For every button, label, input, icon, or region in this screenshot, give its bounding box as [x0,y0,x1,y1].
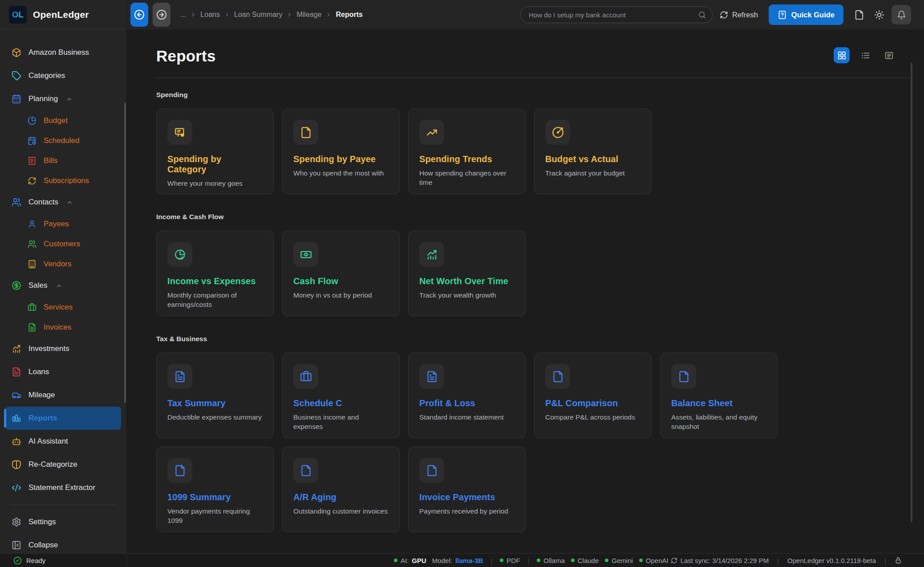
header: ...LoansLoan SummaryMileageReports Refre… [127,0,924,29]
card-description: Money in vs out by period [293,290,389,300]
detail-view-button[interactable] [881,47,897,63]
sidebar-item-statement-extractor[interactable]: Statement Extractor [5,476,121,499]
report-card-profit-loss[interactable]: Profit & LossStandard income statement [408,353,526,438]
sidebar-divider [10,505,117,505]
status-separator: | [883,557,888,564]
sidebar-item-collapse[interactable]: Collapse [5,534,121,553]
breadcrumb-item-[interactable]: ... [180,11,186,19]
theme-toggle-button[interactable] [871,7,887,23]
breadcrumb-separator [325,12,332,18]
content-scrollbar[interactable] [911,62,912,522]
file-text-icon [426,371,438,383]
report-card-tax-summary[interactable]: Tax SummaryDeductible expenses summary [156,353,274,438]
sidebar-item-categories[interactable]: Categories [5,64,121,87]
sidebar-item-settings[interactable]: Settings [5,510,121,534]
sidebar-item-label: Investments [28,344,69,353]
provider-label: Gemini [612,557,633,564]
book-question-icon [778,10,787,20]
search-input[interactable] [529,11,695,19]
banknote-icon [300,249,312,261]
breadcrumb-item-loan-summary[interactable]: Loan Summary [234,11,283,19]
report-card-cash-flow[interactable]: Cash FlowMoney in vs out by period [282,231,400,316]
sync-icon-slot [671,557,677,564]
user-icon [28,220,36,228]
receipt-icon [28,156,36,165]
sidebar-item-scheduled[interactable]: Scheduled [5,131,121,151]
sidebar-item-planning[interactable]: Planning [5,87,121,110]
tag-icon [12,71,21,81]
forward-button[interactable] [153,3,170,27]
report-card-spending-trends[interactable]: Spending TrendsHow spending changes over… [408,109,526,194]
report-card-spending-by-category[interactable]: Spending by CategoryWhere your money goe… [156,109,274,194]
section-label: Income & Cash Flow [156,213,910,221]
sidebar-item-mileage[interactable]: Mileage [5,383,121,407]
card-icon-tile [293,120,318,145]
provider-label: OpenAI [646,557,669,564]
notifications-button[interactable] [892,5,911,24]
sidebar-scrollbar[interactable] [124,102,126,403]
sidebar-item-amazon-business[interactable]: Amazon Business [5,41,121,64]
card-title: Profit & Loss [419,398,515,408]
users-icon [28,240,36,249]
provider-gemini: Gemini [605,557,633,564]
sidebar-item-sales[interactable]: Sales [5,274,121,297]
section-label: Tax & Business [156,335,910,343]
card-description: Track your wealth growth [419,290,515,300]
package-icon [12,48,21,57]
document-button[interactable] [851,7,867,23]
sidebar-item-label: AI Assistant [28,437,68,446]
report-card-invoice-payments[interactable]: Invoice PaymentsPayments received by per… [408,447,526,532]
quick-guide-button[interactable]: Quick Guide [769,4,843,25]
title-row: Reports [156,47,910,65]
report-card-1099-summary[interactable]: 1099 SummaryVendor payments requiring 10… [156,447,274,532]
pdf-label: PDF [507,557,520,564]
sun-icon [874,10,884,20]
card-description: Compare P&L across periods [545,412,640,422]
last-sync: Last sync: 3/14/2026 2:29 PM [671,557,769,564]
report-card-income-vs-expenses[interactable]: Income vs ExpensesMonthly comparison of … [156,231,274,316]
report-card-p-l-comparison[interactable]: P&L ComparisonCompare P&L across periods [534,353,652,438]
sidebar-item-loans[interactable]: Loans [5,360,121,383]
sidebar-item-vendors[interactable]: Vendors [5,254,121,274]
sidebar-item-invoices[interactable]: Invoices [5,317,121,337]
report-card-net-worth-over-time[interactable]: Net Worth Over TimeTrack your wealth gro… [408,231,526,316]
sidebar-item-budget[interactable]: Budget [5,110,121,131]
building-icon [28,260,36,269]
sidebar-item-ai-assistant[interactable]: AI Assistant [5,430,121,453]
sidebar-item-payees[interactable]: Payees [5,214,121,234]
pie-bars-icon [174,249,186,261]
page-title: Reports [156,47,216,65]
refresh-button[interactable]: Refresh [720,11,758,19]
sidebar-item-investments[interactable]: Investments [5,337,121,360]
card-title: Tax Summary [167,398,263,408]
report-card-balance-sheet[interactable]: Balance SheetAssets, liabilities, and eq… [660,353,778,438]
report-card-schedule-c[interactable]: Schedule CBusiness income and expenses [282,353,400,438]
report-card-budget-vs-actual[interactable]: Budget vs ActualTrack against your budge… [534,109,652,194]
report-card-a-r-aging[interactable]: A/R AgingOutstanding customer invoices [282,447,400,532]
version-label: OpenLedger v0.1.0.2118-beta [787,557,876,564]
card-title: Invoice Payments [419,492,515,502]
card-description: Who you spend the most with [293,168,389,178]
sidebar-item-reports[interactable]: Reports [5,407,121,430]
back-button[interactable] [130,3,148,27]
model-value[interactable]: llama-3B [455,557,483,564]
sidebar-item-services[interactable]: Services [5,297,121,317]
report-card-spending-by-payee[interactable]: Spending by PayeeWho you spend the most … [282,109,400,194]
card-icon-tile [167,242,192,267]
breadcrumb-item-mileage[interactable]: Mileage [296,11,321,19]
ai-label: AI: [401,557,409,564]
arrow-right-circle-icon [156,9,167,20]
provider-label: Ollama [543,557,565,564]
sidebar-item-customers[interactable]: Customers [5,234,121,254]
trending-up-icon [426,126,438,139]
file-text-icon [28,323,36,332]
grid-view-button[interactable] [834,47,850,63]
search-box [520,6,713,23]
sidebar-item-subscriptions[interactable]: Subscriptions [5,171,121,191]
sidebar-item-contacts[interactable]: Contacts [5,191,121,214]
status-pdf: PDF [500,557,520,564]
sidebar-item-bills[interactable]: Bills [5,151,121,171]
sidebar-item-re-categorize[interactable]: Re-Categorize [5,453,121,476]
list-view-button[interactable] [857,47,873,63]
breadcrumb-item-loans[interactable]: Loans [200,11,220,19]
